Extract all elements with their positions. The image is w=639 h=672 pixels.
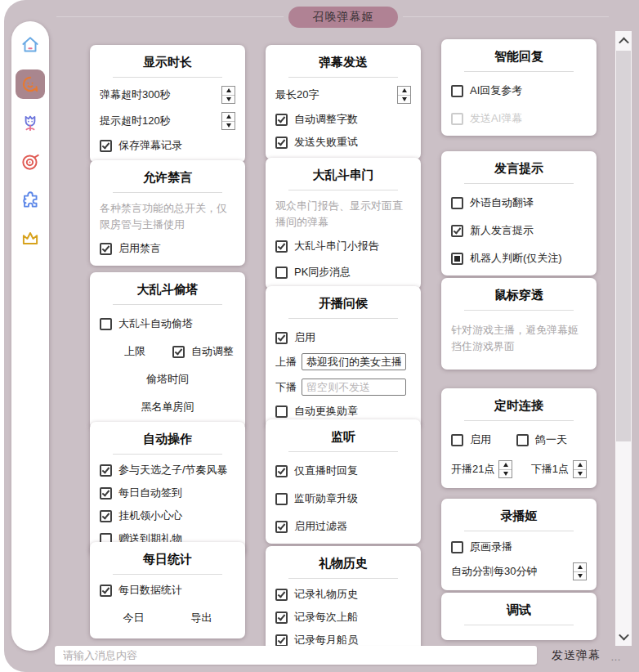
card-title: 监听 [275,429,411,445]
scrollbar-thumb[interactable] [616,51,631,441]
skip-day-checkbox[interactable] [516,434,529,446]
top-divider-left [56,16,284,17]
sidebar [11,21,49,651]
online-label: 上播 [275,355,297,370]
today-button[interactable]: 今日 [123,611,145,625]
crown-icon [20,228,41,249]
daily-sign-checkbox[interactable] [100,487,112,500]
enable-mute-checkbox[interactable] [100,243,112,255]
pk-sync-checkbox[interactable] [275,267,288,279]
divider [113,192,222,193]
summon-danmaku-button[interactable]: 召唤弹幕姬 [288,7,398,28]
divider [464,71,574,72]
divider [113,454,222,455]
export-button[interactable]: 导出 [191,611,212,625]
record-crew-checkbox[interactable] [275,634,288,647]
auto-split-stepper[interactable] [573,562,587,580]
daily-sign-label: 每日自动签到 [118,486,182,500]
card-title: 大乱斗串门 [275,168,411,183]
sidebar-item-danmaku[interactable] [16,69,45,99]
send-danmaku-button[interactable]: 发送弹幕 [552,648,601,663]
retry-label: 发送失败重试 [294,135,358,150]
mouse-description: 针对游戏主播，避免弹幕姬挡住游戏界面 [451,322,587,355]
record-gift-checkbox[interactable] [275,589,288,601]
auto-tower-checkbox[interactable] [100,318,112,330]
chat-face-icon [20,74,41,95]
card-pk-visit: 大乱斗串门 观众串门报告、显示对面直播间的弹幕 大乱斗串门小报告 PK同步消息 [266,158,421,289]
card-title: 录播姬 [451,508,587,524]
auto-adjust-count-label: 自动调整字数 [294,112,358,127]
card-speech-hint: 发言提示 外语自动翻译 新人发言提示 机器人判断(仅关注) [441,151,597,276]
tower-auto-adjust-checkbox[interactable] [172,346,185,358]
sidebar-item-record[interactable] [16,148,44,176]
divider [288,318,398,319]
ai-ref-checkbox[interactable] [451,85,463,97]
raw-record-checkbox[interactable] [451,541,463,553]
divider [288,190,398,190]
card-title: 定时连接 [451,398,587,414]
end-hour-label: 下播1点 [531,462,569,477]
hint-timeout-label: 提示超时120秒 [100,114,171,128]
offline-message-input[interactable] [302,379,406,396]
chevron-up-icon [619,37,629,47]
divider [464,310,574,311]
lottery-checkbox[interactable] [100,464,112,477]
save-record-label: 保存弹幕记录 [118,138,182,153]
card-timer-connect: 定时连接 启用 鸽一天 开播21点 下播1点 [441,388,597,488]
live-only-checkbox[interactable] [275,465,288,477]
target-icon [20,151,41,172]
danmaku-timeout-stepper[interactable] [221,86,235,104]
scroll-down-button[interactable] [615,628,632,644]
auto-split-label: 自动分割每30分钟 [451,564,537,579]
tower-time-label: 偷塔时间 [100,372,235,387]
auto-translate-checkbox[interactable] [451,197,463,209]
auto-adjust-count-checkbox[interactable] [275,114,288,126]
daily-stats-label: 每日数据统计 [118,583,182,598]
sidebar-item-flower[interactable] [16,110,44,137]
timer-enable-checkbox[interactable] [451,434,463,446]
home-icon [20,34,41,56]
auto-medal-checkbox[interactable] [275,405,288,418]
filter-checkbox[interactable] [275,521,288,533]
online-message-input[interactable] [302,353,406,370]
skip-day-label: 鸽一天 [535,432,567,447]
card-gift-history: 礼物历史 记录礼物历史 记录每次上船 记录每月船员 [266,546,421,657]
sidebar-item-home[interactable] [16,31,44,59]
hint-timeout-stepper[interactable] [221,112,235,130]
daily-stats-checkbox[interactable] [100,585,112,597]
message-input[interactable] [55,646,537,665]
visit-description: 观众串门报告、显示对面直播间的弹幕 [275,198,411,231]
robot-judge-checkbox[interactable] [451,253,463,265]
divider [113,574,222,575]
scroll-up-button[interactable] [615,33,632,49]
resize-grip[interactable]: … [610,651,622,663]
max-length-stepper[interactable] [397,86,411,104]
vertical-scrollbar[interactable] [615,31,632,646]
start-hour-label: 开播21点 [451,462,494,477]
retry-checkbox[interactable] [275,137,288,149]
card-title: 自动操作 [100,432,235,447]
idle-hearts-checkbox[interactable] [100,510,112,522]
card-debug: 调试 [441,593,597,640]
danmaku-timeout-label: 弹幕超时300秒 [100,87,171,102]
end-hour-stepper[interactable] [573,460,587,478]
divider [464,183,574,184]
divider [464,420,574,421]
record-board-checkbox[interactable] [275,612,288,624]
live-only-label: 仅直播时回复 [294,464,358,478]
greeting-enable-checkbox[interactable] [275,332,288,344]
newbie-hint-checkbox[interactable] [451,225,463,237]
save-record-checkbox[interactable] [100,140,112,152]
mute-description: 各种禁言功能的总开关，仅限房管与主播使用 [100,200,235,233]
record-gift-label: 记录礼物历史 [294,587,358,602]
robot-judge-label: 机器人判断(仅关注) [470,251,562,266]
card-tower-steal: 大乱斗偷塔 大乱斗自动偷塔 上限 自动调整 偷塔时间 黑名单房间 [90,272,245,429]
medal-upgrade-checkbox[interactable] [275,493,288,505]
sidebar-item-plugins[interactable] [16,186,44,214]
card-title: 发言提示 [451,161,587,177]
medal-upgrade-label: 监听勋章升级 [294,491,358,506]
sidebar-item-vip[interactable] [16,225,44,253]
visit-report-checkbox[interactable] [275,240,288,253]
start-hour-stepper[interactable] [498,460,512,478]
record-board-label: 记录每次上船 [294,610,358,625]
